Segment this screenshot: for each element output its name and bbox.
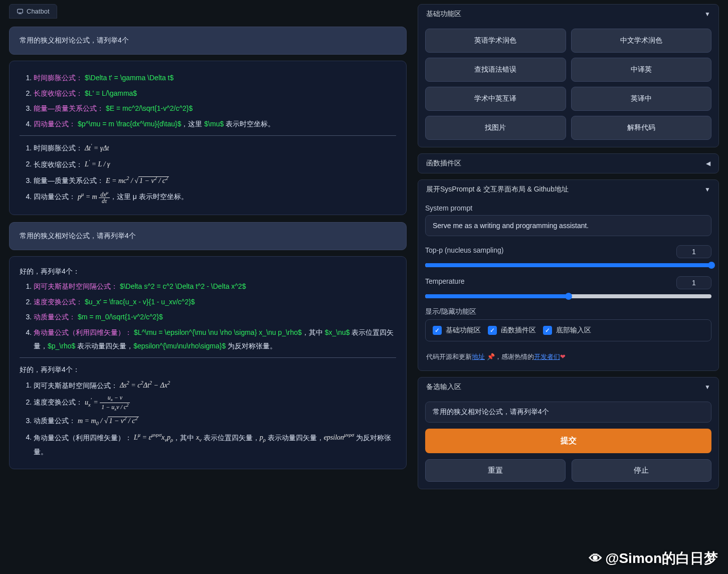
- panel-sysprompt: 展开SysPrompt & 交互界面布局 & Github地址 ▼ System…: [418, 179, 719, 371]
- topp-slider[interactable]: [425, 263, 711, 267]
- system-prompt-input[interactable]: [425, 215, 711, 236]
- fn-btn-english-polish[interactable]: 英语学术润色: [425, 29, 566, 53]
- footer-credits: 代码开源和更新地址 📌，感谢热情的开发者们❤: [425, 350, 711, 363]
- panel-header-alt-input[interactable]: 备选输入区 ▼: [418, 377, 718, 397]
- chevron-down-icon: ▼: [704, 186, 710, 193]
- rendered-formula: 时间膨胀公式： Δt′ = γΔt: [34, 141, 396, 155]
- svg-rect-0: [18, 9, 23, 13]
- topp-label: Top-p (nucleus sampling): [425, 246, 503, 254]
- contributors-link[interactable]: 开发者们: [534, 353, 560, 360]
- panel-header-sysprompt[interactable]: 展开SysPrompt & 交互界面布局 & Github地址 ▼: [418, 180, 718, 199]
- rendered-formula: 能量—质量关系公式： E = mc2 / 1 − v2 / c2: [34, 173, 396, 187]
- panel-alt-input: 备选输入区 ▼ 提交 重置 停止: [418, 377, 719, 489]
- submit-button[interactable]: 提交: [425, 429, 711, 453]
- fn-btn-grammar-check[interactable]: 查找语法错误: [425, 58, 566, 82]
- chevron-down-icon: ▼: [704, 11, 710, 18]
- user-message: 常用的狭义相对论公式，请列举4个: [9, 27, 407, 55]
- rendered-formula: 动质量公式： m = m0 / 1 − v2 / c2: [34, 414, 396, 428]
- reset-button[interactable]: 重置: [425, 459, 566, 482]
- rendered-formula: 角动量公式（利用四维矢量）： Lμ = εμνρσxνpρ，其中 xν 表示位置…: [34, 431, 396, 459]
- toggle-section-label: 显示/隐藏功能区: [425, 307, 711, 316]
- chevron-left-icon: ◀: [706, 160, 710, 167]
- fn-btn-find-image[interactable]: 找图片: [425, 116, 566, 140]
- fn-btn-zh-to-en[interactable]: 中译英: [571, 58, 712, 82]
- checkbox-bottom-input[interactable]: ✓底部输入区: [543, 326, 591, 335]
- rendered-formula: 闵可夫斯基时空间隔公式： Δs2 = c2Δt2 − Δx2: [34, 378, 396, 393]
- check-icon: ✓: [543, 326, 552, 335]
- fn-btn-academic-translate[interactable]: 学术中英互译: [425, 87, 566, 111]
- system-prompt-label: System prompt: [425, 204, 711, 212]
- rendered-formula: 长度收缩公式： L′ = L / γ: [34, 157, 396, 171]
- temperature-label: Temperature: [425, 277, 465, 285]
- chevron-down-icon: ▼: [704, 384, 710, 391]
- checkbox-basic-area[interactable]: ✓基础功能区: [433, 326, 481, 335]
- panel-header-plugins[interactable]: 函数插件区 ◀: [418, 154, 718, 173]
- chat-icon: [17, 8, 24, 15]
- tab-label: Chatbot: [27, 8, 50, 15]
- pin-icon: 📌: [487, 353, 495, 360]
- bot-message: 好的，再列举4个： 闵可夫斯基时空间隔公式： $\Delta s^2 = c^2…: [9, 256, 407, 469]
- stop-button[interactable]: 停止: [572, 459, 712, 482]
- check-icon: ✓: [433, 326, 442, 335]
- bot-message: 时间膨胀公式： $\Delta t' = \gamma \Delta t$ 长度…: [9, 61, 407, 215]
- rendered-formula: 四动量公式： pμ = m dxμdτ，这里 μ 表示时空坐标。: [34, 189, 396, 204]
- panel-function-plugins: 函数插件区 ◀: [418, 153, 719, 173]
- panel-basic-functions: 基础功能区 ▼ 英语学术润色 中文学术润色 查找语法错误 中译英 学术中英互译 …: [418, 4, 719, 147]
- fn-btn-en-to-zh[interactable]: 英译中: [571, 87, 712, 111]
- tab-chatbot[interactable]: Chatbot: [9, 4, 57, 19]
- check-icon: ✓: [488, 326, 497, 335]
- fn-btn-chinese-polish[interactable]: 中文学术润色: [571, 29, 712, 53]
- topp-value-input[interactable]: [676, 245, 711, 258]
- rendered-formula: 速度变换公式： ux′ = ux − v1 − uxv / c2: [34, 395, 396, 412]
- heart-icon: ❤: [560, 353, 566, 360]
- panel-header-basic[interactable]: 基础功能区 ▼: [418, 5, 718, 24]
- checkbox-plugin-area[interactable]: ✓函数插件区: [488, 326, 536, 335]
- chat-scroll[interactable]: 常用的狭义相对论公式，请列举4个 时间膨胀公式： $\Delta t' = \g…: [9, 23, 409, 570]
- alt-input-field[interactable]: [425, 402, 711, 423]
- temperature-value-input[interactable]: [676, 276, 711, 289]
- repo-link[interactable]: 地址: [472, 353, 485, 360]
- fn-btn-explain-code[interactable]: 解释代码: [571, 116, 712, 140]
- user-message: 常用的狭义相对论公式，请再列举4个: [9, 222, 407, 250]
- temperature-slider[interactable]: [425, 294, 711, 298]
